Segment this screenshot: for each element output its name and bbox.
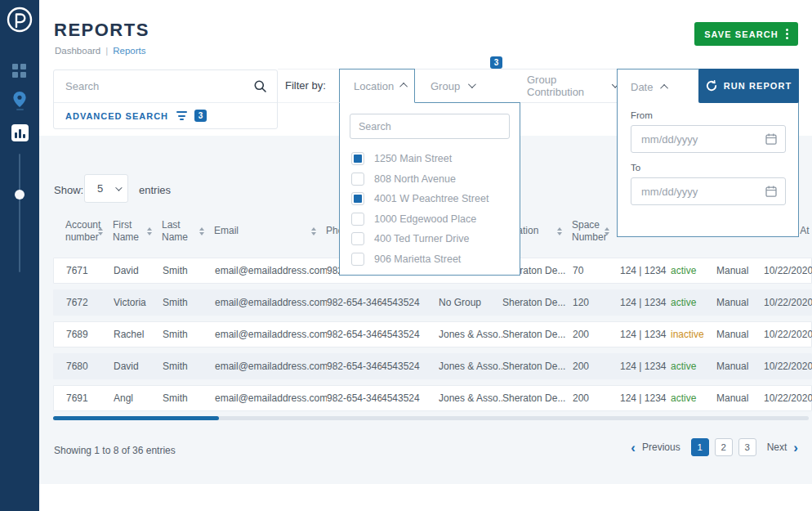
table-cell: active — [671, 265, 716, 276]
table-cell: 10/22/2020 — [764, 361, 812, 372]
next-button[interactable]: Next — [767, 442, 787, 453]
breadcrumb-current[interactable]: Reports — [113, 46, 145, 56]
search-icon[interactable] — [254, 80, 266, 92]
table-cell: Smith — [163, 392, 215, 404]
group-contribution-filter-button[interactable]: Group Contribution — [513, 69, 618, 103]
table-cell: 982-654-346 — [327, 329, 381, 340]
group-filter-badge: 3 — [490, 56, 502, 69]
table-cell: 10/22/2020 — [764, 297, 812, 308]
run-report-button[interactable]: RUN REPORT — [698, 69, 799, 103]
table-cell: 7689 — [54, 329, 114, 340]
date-to-label: To — [631, 163, 785, 173]
location-option-label: 906 Marietta Street — [374, 253, 461, 265]
checkbox[interactable] — [351, 213, 364, 226]
filter-by-label: Filter by: — [285, 79, 326, 92]
column-label: Space Number — [572, 219, 600, 244]
location-option[interactable]: 4001 W Peachtree Street — [350, 189, 510, 209]
chevron-down-icon — [115, 184, 122, 191]
previous-button[interactable]: Previous — [642, 442, 680, 453]
date-from-input[interactable] — [641, 133, 765, 146]
table-cell: 10/22/2020 — [764, 265, 812, 276]
table-cell: email@emailaddress.com — [215, 297, 327, 308]
table-cell: Jones & Asso... — [439, 329, 502, 340]
column-header[interactable]: Last Name — [162, 214, 214, 248]
show-entries-select[interactable]: 5 — [84, 174, 128, 203]
pagination: ‹ Previous 123 Next › — [630, 438, 799, 456]
location-option[interactable]: 906 Marietta Street — [350, 249, 510, 270]
page-buttons: 123 — [691, 438, 756, 456]
table-cell: 4543524 — [381, 361, 439, 372]
table-cell: 120 — [573, 297, 620, 308]
sidebar-timeline-line — [19, 154, 20, 272]
sort-icon[interactable] — [311, 227, 316, 235]
advanced-search-button[interactable]: ADVANCED SEARCH 3 — [54, 103, 277, 128]
calendar-icon[interactable] — [765, 133, 777, 145]
group-filter-label: Group — [431, 80, 460, 92]
date-to-input[interactable] — [641, 186, 765, 198]
table-cell: Smith — [163, 361, 215, 372]
reports-bar-chart-icon[interactable] — [11, 124, 29, 141]
location-option[interactable]: 808 North Avenue — [350, 169, 510, 190]
group-filter-button[interactable]: Group — [414, 69, 514, 103]
checkbox[interactable] — [351, 232, 364, 245]
save-search-button[interactable]: SAVE SEARCH — [694, 22, 798, 46]
sort-icon[interactable] — [557, 227, 562, 235]
location-option[interactable]: 1000 Edgewood Place — [350, 209, 510, 230]
table-cell: 7680 — [54, 361, 114, 372]
table-cell: email@emailaddress.com — [215, 265, 327, 276]
next-chevron-icon[interactable]: › — [792, 441, 799, 455]
column-header[interactable]: Email — [214, 214, 326, 248]
app-logo[interactable] — [0, 0, 39, 39]
table-cell: 982-654-346 — [327, 361, 381, 372]
locations-nav-item[interactable] — [0, 92, 39, 110]
dashboard-grid-icon[interactable] — [12, 64, 26, 78]
entries-summary: Showing 1 to 8 of 36 entries — [54, 445, 176, 456]
table-row[interactable]: 7691AnglSmithemail@emailaddress.com982-6… — [53, 385, 812, 411]
table-cell: 4543524 — [381, 329, 439, 340]
location-option-label: 1250 Main Street — [374, 153, 452, 164]
table-cell: 70 — [573, 265, 620, 276]
location-option-label: 808 North Avenue — [374, 173, 456, 185]
checkbox[interactable] — [351, 192, 364, 205]
calendar-icon[interactable] — [765, 186, 777, 197]
checkbox[interactable] — [351, 152, 364, 165]
column-header[interactable]: Account number — [53, 214, 113, 248]
show-entries-value: 5 — [97, 182, 115, 195]
location-option[interactable]: 400 Ted Turner Drive — [350, 229, 510, 249]
location-pin-icon — [13, 92, 26, 107]
location-option[interactable]: 1250 Main Street — [350, 149, 510, 169]
breadcrumb-separator: | — [105, 46, 108, 56]
table-cell: 7672 — [54, 297, 114, 308]
table-cell: 124 | 1234 — [620, 392, 671, 404]
group-contribution-label: Group Contribution — [527, 74, 604, 98]
page-button[interactable]: 2 — [715, 438, 733, 456]
search-input[interactable] — [54, 80, 254, 92]
page-button[interactable]: 3 — [738, 438, 756, 456]
sort-icon[interactable] — [98, 227, 103, 235]
table-row[interactable]: 7689RachelSmithemail@emailaddress.com982… — [53, 321, 812, 347]
refresh-icon — [706, 80, 717, 92]
table-row[interactable]: 7680DavidSmithemail@emailaddress.com982-… — [53, 353, 812, 379]
kebab-menu-icon[interactable] — [786, 29, 788, 39]
table-cell: Manual — [716, 361, 764, 372]
page-button[interactable]: 1 — [691, 438, 709, 456]
location-filter-button[interactable]: Location — [339, 69, 415, 103]
table-cell: Smith — [163, 297, 215, 308]
breadcrumb-dashboard-link[interactable]: Dashboard — [55, 46, 100, 56]
table-cell: Manual — [716, 265, 764, 276]
sort-icon[interactable] — [605, 227, 609, 235]
date-to-field — [631, 177, 786, 205]
sort-icon[interactable] — [147, 227, 152, 235]
checkbox[interactable] — [351, 253, 364, 266]
sidebar-timeline-dot[interactable] — [15, 190, 25, 199]
table-row[interactable]: 7672VictoriaSmithemail@emailaddress.com9… — [53, 289, 812, 316]
sort-icon[interactable] — [199, 227, 204, 235]
location-search-input[interactable] — [350, 114, 510, 139]
table-cell: email@emailaddress.com — [215, 329, 327, 340]
table-cell: Jones & Asso... — [439, 361, 502, 372]
column-header[interactable]: Space Number — [572, 214, 619, 248]
column-header[interactable]: First Name — [113, 214, 162, 248]
date-filter-label: Date — [631, 81, 653, 93]
previous-chevron-icon[interactable]: ‹ — [630, 441, 636, 455]
checkbox[interactable] — [351, 173, 364, 186]
